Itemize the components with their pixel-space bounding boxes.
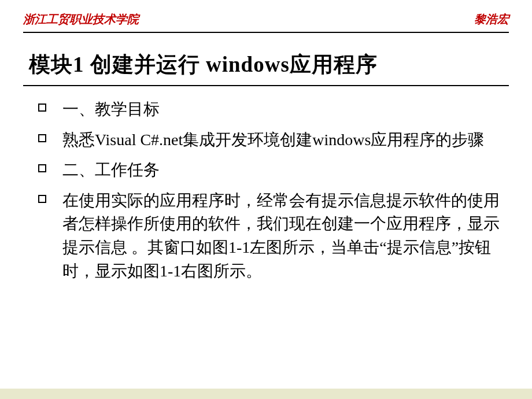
square-bullet-icon (38, 104, 46, 112)
list-item: 一、教学目标 (38, 98, 503, 121)
item-text: 在使用实际的应用程序时，经常会有提示信息提示软件的使用者怎样操作所使用的软件，我… (62, 189, 503, 283)
slide-title: 模块1 创建并运行 windows应用程序 (0, 33, 532, 85)
slide-header: 浙江工贸职业技术学院 黎浩宏 (0, 0, 532, 27)
list-item: 二、工作任务 (38, 158, 503, 182)
item-text: 熟悉Visual C#.net集成开发环境创建windows应用程序的步骤 (62, 128, 484, 152)
square-bullet-icon (38, 134, 46, 142)
slide-content: 一、教学目标 熟悉Visual C#.net集成开发环境创建windows应用程… (0, 86, 532, 283)
item-text: 二、工作任务 (62, 158, 160, 182)
square-bullet-icon (38, 164, 46, 172)
institution-name: 浙江工贸职业技术学院 (23, 12, 139, 27)
item-text: 一、教学目标 (62, 98, 160, 121)
author-name: 黎浩宏 (474, 12, 509, 27)
square-bullet-icon (38, 195, 46, 203)
list-item: 熟悉Visual C#.net集成开发环境创建windows应用程序的步骤 (38, 128, 503, 152)
list-item: 在使用实际的应用程序时，经常会有提示信息提示软件的使用者怎样操作所使用的软件，我… (38, 189, 503, 283)
bottom-bar (0, 389, 532, 399)
